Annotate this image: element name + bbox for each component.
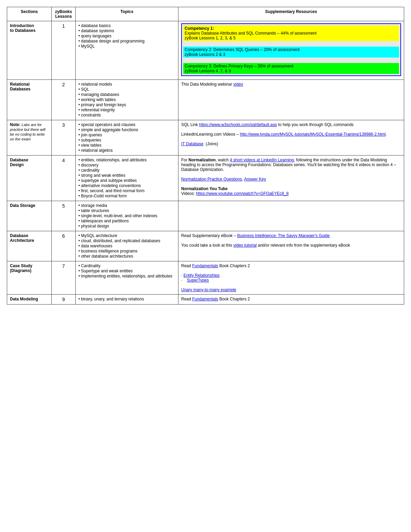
topic-item: table structures — [78, 208, 175, 213]
topic-item: business intelligence programs — [78, 249, 175, 253]
topic-item: other database architectures — [78, 254, 175, 259]
supp-para: · Entity Relationships — [181, 273, 401, 278]
lesson-number: 7 — [52, 261, 76, 295]
comp1-sub: zyBook Lessons 1, 2, 3, & 5 — [185, 36, 236, 40]
topic-item: alternative modeling conventions — [78, 183, 175, 188]
topics-cell: Cardinality Supertype and weak entities … — [76, 261, 178, 295]
comp2-text: Competency 2: Determines SQL Queries – 2… — [185, 47, 300, 52]
topic-item: physical design — [78, 224, 175, 228]
supertypes-link[interactable]: SuperTypes — [187, 278, 209, 283]
table-row: Data Storage 5 storage media table struc… — [7, 201, 404, 231]
video-tutorial-link[interactable]: video tutorial — [233, 243, 257, 248]
lesson-number: 1 — [52, 21, 76, 80]
comp3-text: Competency 3: Defines Primary Keys – 36%… — [185, 64, 293, 69]
supp-para: SQL Link https://www.w3schools.com/sql/d… — [181, 122, 401, 127]
topic-item: database systems — [78, 28, 175, 33]
topic-item: view tables — [78, 143, 175, 148]
lesson-number: 6 — [52, 231, 76, 261]
supplementary-cell: Read Fundamentals Book Chapters 2 · Enti… — [178, 261, 404, 295]
comp1-label: Competency 1: — [185, 26, 214, 31]
lynda-link[interactable]: http://www.lynda.com/MySQL-tutorials/MyS… — [240, 132, 386, 137]
supp-para: Read Supplementary eBook – Business Inte… — [181, 233, 401, 238]
supp-para: IT Database (Joins) — [181, 141, 401, 146]
video-link[interactable]: video — [233, 82, 243, 87]
header-sections: Sections — [7, 7, 52, 21]
table-row: RelationalDatabases 2 relational models … — [7, 80, 404, 120]
section-label: RelationalDatabases — [7, 80, 52, 120]
answer-key-link[interactable]: Answer Key — [244, 177, 266, 182]
supp-para: Normalization You Tube Videos: https://w… — [181, 186, 401, 196]
topic-item: working with tables — [78, 97, 175, 102]
supp-para: Read Fundamentals Book Chapters 2 — [181, 297, 401, 301]
header-supplementary: Supplementary Resources — [178, 7, 404, 21]
supplementary-cell: This Data Modeling webinar video — [178, 80, 404, 120]
section-label: DatabaseArchitecture — [7, 231, 52, 261]
topic-item: join queries — [78, 133, 175, 137]
comp2-sub: zyBook Lessons 2 & 3 — [185, 52, 225, 57]
topics-cell: special operators and clauses simple and… — [76, 120, 178, 156]
supp-para: Read Fundamentals Book Chapters 2 — [181, 263, 401, 268]
topic-item: entities, relationships, and attributes — [78, 158, 175, 162]
section-label: Note: Labs are for practice but there wi… — [7, 120, 52, 156]
topics-cell: binary, unary, and ternary relations — [76, 295, 178, 305]
supp-para: LinkedInLearning.com Videos – http://www… — [181, 132, 401, 137]
topic-item: tablespaces and partitions — [78, 219, 175, 223]
supp-para: Unary many-to-many example — [181, 287, 401, 292]
comp3-sub: zyBook Lessons 4 ,7, & 9 — [185, 69, 231, 73]
section-label: Case Study(Diagrams) — [7, 261, 52, 295]
topic-item: database design and programming — [78, 39, 175, 44]
topic-item: single-level, multi-level, and other ind… — [78, 213, 175, 218]
bi-ebook-link[interactable]: Business Intelligence: The Savvy Manager… — [237, 233, 329, 238]
topic-item: supertype and subtype entities — [78, 178, 175, 183]
entity-relationships-link[interactable]: Entity Relationships — [184, 273, 220, 278]
it-database-link[interactable]: IT Database — [181, 141, 203, 146]
supplementary-cell: For Normalization, watch 4 short videos … — [178, 156, 404, 201]
lesson-number: 9 — [52, 295, 76, 305]
supplementary-cell: Read Supplementary eBook – Business Inte… — [178, 231, 404, 261]
supplementary-cell: Competency 1: Explains Database Attribut… — [178, 21, 404, 80]
supp-para: For Normalization, watch 4 short videos … — [181, 158, 401, 172]
topic-item: strong and weak entities — [78, 173, 175, 178]
topic-item: simple and aggregate functions — [78, 127, 175, 132]
supplementary-text: This Data Modeling webinar — [181, 82, 233, 87]
table-row: DatabaseDesign 4 entities, relationships… — [7, 156, 404, 201]
topic-item: storage media — [78, 203, 175, 208]
youtube-link[interactable]: https://www.youtube.com/watch?v=GFOaEYEc… — [196, 191, 288, 196]
comp1-text: Explains Database Attributes and 5QL Com… — [185, 31, 316, 36]
topic-item: data warehouses — [78, 244, 175, 248]
topics-cell: relational models SQL managing databases… — [76, 80, 178, 120]
topics-cell: storage media table structures single-le… — [76, 201, 178, 231]
topic-item: MySQL architecture — [78, 233, 175, 238]
unary-link[interactable]: Unary many-to-many example — [181, 287, 236, 292]
supplementary-cell: SQL Link https://www.w3schools.com/sql/d… — [178, 120, 404, 156]
supplementary-cell: Read Fundamentals Book Chapters 2 — [178, 295, 404, 305]
topics-cell: database basics database systems query l… — [76, 21, 178, 80]
supp-para: Normalization Practice Questions, Answer… — [181, 177, 401, 182]
section-label: Introductionto Databases — [7, 21, 52, 80]
linkedin-learning-link[interactable]: 4 short videos at LinkedIn Learning, — [230, 158, 295, 162]
topic-item: referential integrity — [78, 108, 175, 112]
table-row: Note: Labs are for practice but there wi… — [7, 120, 404, 156]
w3schools-link[interactable]: https://www.w3schools.com/sql/default.as… — [199, 122, 277, 127]
fundamentals-link-2[interactable]: Fundamentals — [192, 297, 218, 301]
normalization-practice-link[interactable]: Normalization Practice Questions — [181, 177, 242, 182]
competency1-block: Competency 1: Explains Database Attribut… — [183, 25, 399, 41]
topic-item: relational models — [78, 82, 175, 87]
topic-item: managing databases — [78, 92, 175, 97]
topic-item: discovery — [78, 163, 175, 168]
topic-item: first, second, and third normal form — [78, 188, 175, 193]
supp-para: · SuperTypes — [181, 278, 401, 283]
supp-para: You could take a look at this video tuto… — [181, 243, 401, 248]
header-topics: Topics — [76, 7, 178, 21]
section-label: DatabaseDesign — [7, 156, 52, 201]
topic-item: query languages — [78, 34, 175, 38]
fundamentals-link-1[interactable]: Fundamentals — [192, 263, 218, 268]
topic-item: Cardinality — [78, 263, 175, 268]
table-row: Case Study(Diagrams) 7 Cardinality Super… — [7, 261, 404, 295]
table-row: DatabaseArchitecture 6 MySQL architectur… — [7, 231, 404, 261]
section-label: Data Storage — [7, 201, 52, 231]
topic-item: cardinality — [78, 168, 175, 173]
topics-cell: MySQL architecture cloud, distributed, a… — [76, 231, 178, 261]
lesson-number: 3 — [52, 120, 76, 156]
competency3-block: Competency 3: Defines Primary Keys – 36%… — [183, 63, 399, 74]
